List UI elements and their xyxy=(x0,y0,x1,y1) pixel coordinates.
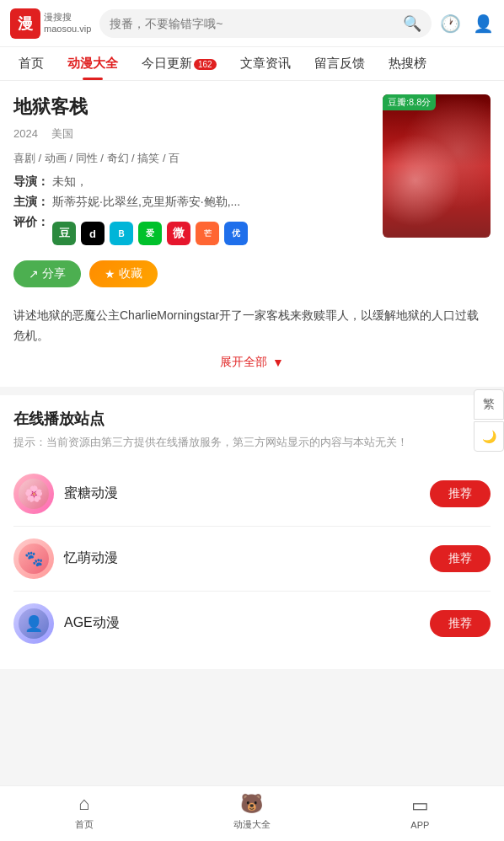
source-name-mitang: 蜜糖动漫 xyxy=(64,485,420,502)
bottom-nav-app-label: APP xyxy=(410,820,429,830)
rating-icons: 豆 d B 爱 微 芒 优 xyxy=(52,222,248,245)
bottom-nav-anime[interactable]: 🐻 动漫大全 xyxy=(168,793,335,831)
source-name-age: AGE动漫 xyxy=(64,614,420,632)
logo-area[interactable]: 漫 漫搜搜maosou.vip xyxy=(10,8,91,39)
share-icon: ↗ xyxy=(29,267,39,281)
recommend-button-age[interactable]: 推荐 xyxy=(430,610,491,637)
cover-badge: 豆瓣:8.8分 xyxy=(383,94,436,110)
cover-art xyxy=(383,94,491,238)
anime-country: 美国 xyxy=(51,127,73,140)
nav-item-home[interactable]: 首页 xyxy=(7,47,56,80)
user-icon[interactable]: 👤 xyxy=(473,13,494,34)
bottom-nav-home-label: 首页 xyxy=(75,818,94,831)
anime-info: 地狱客栈 2024 美国 喜剧 / 动画 / 同性 / 奇幻 / 搞笑 / 百 … xyxy=(13,94,371,296)
action-buttons: ↗ 分享 ★ 收藏 xyxy=(13,260,371,287)
bear-icon: 🐻 xyxy=(240,793,263,815)
traditional-chinese-button[interactable]: 繁 xyxy=(474,389,504,420)
today-badge: 162 xyxy=(194,59,217,70)
director-value: 未知， xyxy=(52,174,371,190)
app-icon: ▭ xyxy=(411,795,429,817)
anime-tags: 喜剧 / 动画 / 同性 / 奇幻 / 搞笑 / 百 xyxy=(13,148,371,168)
home-icon: ⌂ xyxy=(78,793,89,815)
nav-item-anime[interactable]: 动漫大全 xyxy=(56,47,130,80)
nav-item-feedback[interactable]: 留言反馈 xyxy=(303,47,377,80)
rating-row: 评价： 豆 d B 爱 微 芒 优 xyxy=(13,215,371,252)
anime-header: 地狱客栈 2024 美国 喜剧 / 动画 / 同性 / 奇幻 / 搞笑 / 百 … xyxy=(13,94,491,296)
search-icon[interactable]: 🔍 xyxy=(403,14,421,33)
history-icon[interactable]: 🕐 xyxy=(440,13,461,34)
share-button[interactable]: ↗ 分享 xyxy=(13,260,81,287)
nav-item-hot[interactable]: 热搜榜 xyxy=(377,47,438,80)
cast-value: 斯蒂芬妮·比翠丝,克里斯蒂安·鲍勒,... xyxy=(52,195,371,210)
source-item-age[interactable]: 👤 AGE动漫 推荐 xyxy=(13,592,491,656)
anime-year: 2024 xyxy=(13,127,38,140)
douban-icon[interactable]: 豆 xyxy=(52,222,76,245)
star-icon: ★ xyxy=(105,267,115,281)
section-title: 在线播放站点 xyxy=(13,409,491,429)
source-item-mitang[interactable]: 🌸 蜜糖动漫 推荐 xyxy=(13,462,491,527)
bottom-nav-app[interactable]: ▭ APP xyxy=(336,795,504,830)
chevron-down-icon: ▼ xyxy=(272,356,284,369)
mango-icon[interactable]: 芒 xyxy=(196,222,219,245)
anime-meta: 2024 美国 xyxy=(13,126,371,142)
youku-icon[interactable]: 优 xyxy=(224,222,248,245)
search-bar[interactable]: 🔍 xyxy=(99,9,432,38)
director-row: 导演： 未知， xyxy=(13,174,371,190)
rating-label: 评价： xyxy=(13,215,49,230)
avatar-mitang: 🌸 xyxy=(13,474,54,514)
source-name-yimeng: 忆萌动漫 xyxy=(64,549,420,567)
logo-icon: 漫 xyxy=(10,8,40,39)
avatar-age: 👤 xyxy=(13,603,54,644)
expand-button[interactable]: 展开全部 ▼ xyxy=(13,346,491,373)
cast-row: 主演： 斯蒂芬妮·比翠丝,克里斯蒂安·鲍勒,... xyxy=(13,195,371,210)
iqiyi-icon[interactable]: 爱 xyxy=(138,222,162,245)
director-label: 导演： xyxy=(13,174,49,190)
weibo-icon[interactable]: 微 xyxy=(167,222,190,245)
main-content: 地狱客栈 2024 美国 喜剧 / 动画 / 同性 / 奇幻 / 搞笑 / 百 … xyxy=(0,81,504,387)
header: 漫 漫搜搜maosou.vip 🔍 🕐 👤 xyxy=(0,0,504,47)
moon-icon: 🌙 xyxy=(482,430,496,443)
online-sources-section: 在线播放站点 提示：当前资源由第三方提供在线播放服务，第三方网站显示的内容与本站… xyxy=(0,395,504,669)
cast-label: 主演： xyxy=(13,195,49,210)
section-tip: 提示：当前资源由第三方提供在线播放服务，第三方网站显示的内容与本站无关！ xyxy=(13,434,491,452)
bottom-nav-anime-label: 动漫大全 xyxy=(233,818,271,831)
nav-item-articles[interactable]: 文章资讯 xyxy=(228,47,303,80)
night-mode-button[interactable]: 🌙 xyxy=(474,421,504,452)
recommend-button-yimeng[interactable]: 推荐 xyxy=(430,545,491,572)
bilibili-icon[interactable]: B xyxy=(110,222,133,245)
logo-text: 漫搜搜maosou.vip xyxy=(44,12,91,34)
source-item-yimeng[interactable]: 🐾 忆萌动漫 推荐 xyxy=(13,527,491,592)
anime-description: 讲述地狱的恶魔公主CharlieMorningstar开了一家客栈来救赎罪人，以… xyxy=(13,306,491,346)
anime-title: 地狱客栈 xyxy=(13,94,371,120)
bottom-nav: ⌂ 首页 🐻 动漫大全 ▭ APP xyxy=(0,785,504,841)
collect-button[interactable]: ★ 收藏 xyxy=(89,260,158,287)
header-icons: 🕐 👤 xyxy=(440,13,494,34)
anime-cover: 豆瓣:8.8分 xyxy=(383,94,491,238)
nav-bar: 首页 动漫大全 今日更新162 文章资讯 留言反馈 热搜榜 xyxy=(0,47,504,81)
bottom-nav-home[interactable]: ⌂ 首页 xyxy=(0,793,168,831)
floating-buttons: 繁 🌙 xyxy=(474,389,504,452)
tiktok-icon[interactable]: d xyxy=(81,222,105,245)
avatar-yimeng: 🐾 xyxy=(13,538,54,579)
search-input[interactable] xyxy=(110,17,398,30)
recommend-button-mitang[interactable]: 推荐 xyxy=(430,480,491,507)
nav-item-today[interactable]: 今日更新162 xyxy=(130,47,228,80)
